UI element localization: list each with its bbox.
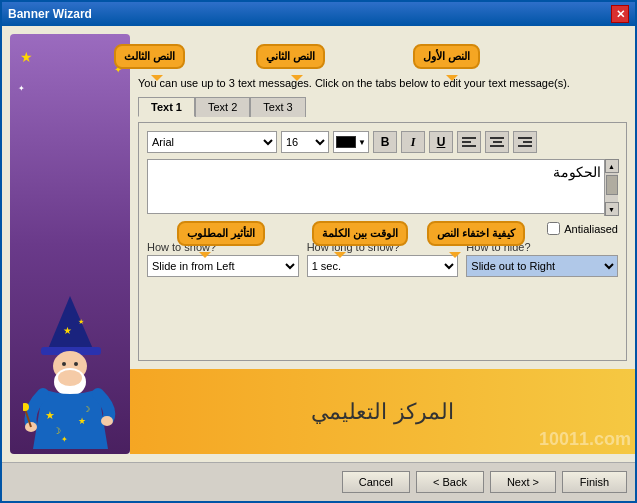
svg-text:✦: ✦ bbox=[61, 435, 68, 444]
align-right-icon bbox=[516, 135, 534, 149]
how-long-select[interactable]: 1 sec. 2 sec. 3 sec. 0.5 sec. bbox=[307, 255, 459, 277]
main-content: النص الأول النص الثاني النص الثالث التأث… bbox=[2, 26, 635, 462]
svg-text:☽: ☽ bbox=[83, 405, 90, 414]
bubble-text3: النص الثالث bbox=[114, 44, 185, 69]
how-to-hide-group: How to hide? Slide out to Right Slide ou… bbox=[466, 241, 618, 277]
bold-button[interactable]: B bbox=[373, 131, 397, 153]
align-left-icon bbox=[460, 135, 478, 149]
antialiased-checkbox[interactable] bbox=[547, 222, 560, 235]
svg-text:★: ★ bbox=[45, 409, 55, 421]
tabs-container: Text 1 Text 2 Text 3 bbox=[138, 97, 627, 117]
align-center-icon bbox=[488, 135, 506, 149]
how-to-show-group: How to show? Slide in from Left Slide in… bbox=[147, 241, 299, 277]
font-select[interactable]: Arial bbox=[147, 131, 277, 153]
bubble-how-long: الوقت بين الكلمة bbox=[312, 221, 408, 246]
effects-row: How to show? Slide in from Left Slide in… bbox=[147, 241, 618, 277]
svg-text:☽: ☽ bbox=[53, 426, 61, 436]
star-decor: ★ bbox=[20, 49, 33, 65]
banner-wizard-window: Banner Wizard ✕ النص الأول النص الثاني ا… bbox=[0, 0, 637, 503]
how-to-show-select[interactable]: Slide in from Left Slide in from Right F… bbox=[147, 255, 299, 277]
wizard-panel: ★ ✦ ✦ ★ ★ bbox=[10, 34, 130, 454]
bubble-text1: النص الأول bbox=[413, 44, 480, 69]
next-button[interactable]: Next > bbox=[490, 471, 556, 493]
bubble-text2: النص الثاني bbox=[256, 44, 325, 69]
toolbar-row: Arial 16 ▼ B I U bbox=[147, 131, 618, 153]
align-left-button[interactable] bbox=[457, 131, 481, 153]
back-button[interactable]: < Back bbox=[416, 471, 484, 493]
color-button[interactable]: ▼ bbox=[333, 131, 369, 153]
scrollbar[interactable]: ▲ ▼ bbox=[604, 159, 618, 216]
scroll-up-button[interactable]: ▲ bbox=[605, 159, 619, 173]
svg-point-15 bbox=[101, 416, 113, 426]
color-arrow-icon: ▼ bbox=[358, 138, 366, 147]
close-button[interactable]: ✕ bbox=[611, 5, 629, 23]
how-long-group: How long to show? 1 sec. 2 sec. 3 sec. 0… bbox=[307, 241, 459, 277]
align-center-button[interactable] bbox=[485, 131, 509, 153]
size-select[interactable]: 16 bbox=[281, 131, 329, 153]
tab-text1[interactable]: Text 1 bbox=[138, 97, 195, 117]
bottom-bar: Cancel < Back Next > Finish bbox=[2, 462, 635, 501]
bubble-how-to-hide: كيفية اختفاء النص bbox=[427, 221, 525, 246]
instruction-text: You can use up to 3 text messages. Click… bbox=[138, 76, 627, 91]
svg-point-8 bbox=[58, 370, 82, 386]
svg-text:★: ★ bbox=[63, 325, 72, 336]
star-decor3: ✦ bbox=[18, 84, 25, 93]
svg-point-5 bbox=[62, 362, 66, 366]
svg-marker-0 bbox=[48, 296, 93, 349]
window-title: Banner Wizard bbox=[8, 7, 92, 21]
svg-text:★: ★ bbox=[78, 416, 86, 426]
watermark: 10011.com bbox=[539, 429, 631, 450]
tab-text2[interactable]: Text 2 bbox=[195, 97, 250, 117]
italic-button[interactable]: I bbox=[401, 131, 425, 153]
color-swatch bbox=[336, 136, 356, 148]
preview-area: المركز التعليمي 10011.com bbox=[130, 369, 635, 454]
wizard-figure: ★ ★ ★ ★ ✦ ☽ bbox=[23, 294, 118, 449]
text-input[interactable] bbox=[147, 159, 618, 214]
how-to-hide-select[interactable]: Slide out to Right Slide out to Left Fad… bbox=[466, 255, 618, 277]
svg-point-6 bbox=[74, 362, 78, 366]
title-bar: Banner Wizard ✕ bbox=[2, 2, 635, 26]
antialiased-label: Antialiased bbox=[564, 223, 618, 235]
scroll-down-button[interactable]: ▼ bbox=[605, 202, 619, 216]
scroll-thumb[interactable] bbox=[606, 175, 618, 195]
align-right-button[interactable] bbox=[513, 131, 537, 153]
underline-button[interactable]: U bbox=[429, 131, 453, 153]
tab-text3[interactable]: Text 3 bbox=[250, 97, 305, 117]
preview-text: المركز التعليمي bbox=[311, 399, 453, 425]
finish-button[interactable]: Finish bbox=[562, 471, 627, 493]
text-area-container: ▲ ▼ bbox=[147, 159, 618, 216]
bubble-howto-show: التأثير المطلوب bbox=[177, 221, 265, 246]
cancel-button[interactable]: Cancel bbox=[342, 471, 410, 493]
svg-text:★: ★ bbox=[78, 318, 84, 325]
